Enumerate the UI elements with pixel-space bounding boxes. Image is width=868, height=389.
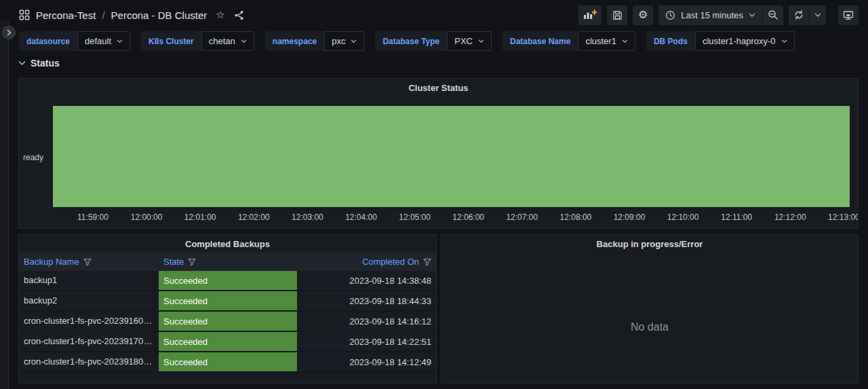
chevron-down-icon: [781, 39, 787, 43]
time-range-label: Last 15 minutes: [681, 10, 743, 20]
breadcrumb-dashboard[interactable]: Percona - DB Cluster: [111, 10, 208, 21]
variable-value-dropdown[interactable]: chetan: [201, 31, 254, 51]
table-row: backup1 Succeeded 2023-09-18 14:38:48: [19, 271, 436, 291]
variable-value: cluster1-haproxy-0: [703, 36, 776, 46]
column-header-label: State: [163, 257, 184, 267]
cell-completed-on: 2023-09-18 18:44:33: [297, 291, 436, 310]
x-axis-tick-label: 12:12:00: [774, 212, 806, 222]
template-variable: namespace pxc: [265, 31, 365, 51]
sidebar-strip: [0, 20, 9, 389]
cell-state-badge: Succeeded: [159, 352, 297, 371]
x-axis-tick-label: 12:06:00: [452, 212, 484, 222]
grafana-dashboard: Percona-Test / Percona - DB Cluster ☆ ⚙: [0, 0, 868, 389]
zoom-out-button[interactable]: [763, 5, 783, 25]
variable-label: Database Type: [375, 31, 447, 51]
filter-funnel-icon[interactable]: [423, 258, 431, 266]
x-axis-tick-label: 12:01:00: [184, 212, 216, 222]
breadcrumb-folder[interactable]: Percona-Test: [36, 10, 96, 21]
template-variable: datasource default: [19, 31, 130, 51]
no-data-message: No data: [441, 321, 858, 333]
section-status[interactable]: Status: [18, 58, 60, 69]
favorite-star-button[interactable]: ☆: [214, 9, 226, 22]
table-header-row: Backup Name State Completed On: [19, 253, 436, 271]
cell-state-badge: Succeeded: [159, 312, 297, 331]
chevron-down-icon: [622, 39, 628, 43]
chevron-down-icon: [117, 39, 123, 43]
filter-funnel-icon[interactable]: [83, 258, 92, 266]
cell-state-badge: Succeeded: [159, 291, 297, 310]
x-axis-tick-label: 12:09:00: [614, 212, 646, 222]
template-variable: Database Name cluster1: [502, 31, 635, 51]
panel-title[interactable]: Backup in progress/Error: [441, 235, 858, 253]
top-navigation: Percona-Test / Percona - DB Cluster ☆ ⚙: [0, 0, 868, 30]
refresh-interval-dropdown[interactable]: [810, 5, 826, 25]
panel-title[interactable]: Cluster Status: [19, 79, 858, 96]
cell-completed-on: 2023-09-18 14:22:51: [297, 332, 436, 351]
time-range-picker[interactable]: Last 15 minutes: [658, 5, 762, 25]
chevron-down-icon: [241, 39, 247, 43]
save-icon: [612, 10, 623, 20]
column-header-state[interactable]: State: [159, 253, 297, 271]
x-axis-tick-label: 12:04:00: [345, 212, 377, 222]
clock-icon: [665, 10, 675, 20]
table-row: backup2 Succeeded 2023-09-18 18:44:33: [19, 291, 436, 312]
y-axis-label: ready: [19, 153, 49, 162]
add-panel-icon: [583, 10, 597, 20]
variable-value-dropdown[interactable]: cluster1: [578, 31, 635, 51]
variable-value-dropdown[interactable]: default: [77, 31, 130, 51]
table-body: backup1 Succeeded 2023-09-18 14:38:48 ba…: [19, 271, 436, 373]
star-icon: ☆: [216, 10, 224, 20]
variable-value-dropdown[interactable]: PXC: [447, 31, 492, 51]
cycle-view-mode-button[interactable]: [838, 5, 859, 25]
panel-completed-backups: Completed Backups Backup Name State Comp…: [18, 234, 437, 384]
chevron-down-icon: [814, 13, 821, 18]
chevron-down-icon: [351, 39, 357, 43]
x-axis-tick-label: 12:08:00: [560, 212, 592, 222]
save-dashboard-button[interactable]: [607, 5, 627, 25]
dashboards-grid-icon: [19, 10, 30, 20]
section-title: Status: [31, 58, 60, 69]
variable-value: pxc: [332, 36, 345, 46]
chevron-down-icon: [478, 39, 484, 43]
variable-value-dropdown[interactable]: pxc: [324, 31, 364, 51]
variable-label: datasource: [19, 31, 77, 51]
time-controls-group: Last 15 minutes: [658, 5, 783, 25]
chevron-down-icon: [18, 60, 26, 66]
variable-value: chetan: [209, 36, 235, 46]
variable-label: K8s Cluster: [141, 31, 201, 51]
column-header-label: Completed On: [362, 257, 419, 267]
dashboard-settings-button[interactable]: ⚙: [633, 5, 653, 25]
cell-backup-name: cron-cluster1-fs-pvc-2023918002…: [19, 352, 159, 371]
breadcrumb: Percona-Test / Percona - DB Cluster ☆: [19, 9, 245, 22]
cell-state-badge: Succeeded: [159, 271, 297, 290]
cell-completed-on: 2023-09-18 14:16:12: [297, 312, 436, 331]
x-axis-tick-label: 12:07:00: [506, 212, 538, 222]
expand-menu-button[interactable]: [2, 26, 16, 39]
chevron-down-icon: [749, 13, 755, 18]
add-panel-button[interactable]: [578, 5, 601, 25]
variable-value: PXC: [454, 36, 473, 46]
column-header-backup-name[interactable]: Backup Name: [19, 253, 159, 271]
template-variable: K8s Cluster chetan: [141, 31, 254, 51]
x-axis-tick-label: 12:05:00: [399, 212, 431, 222]
refresh-icon: [793, 10, 804, 20]
variable-label: DB Pods: [646, 31, 695, 51]
filter-funnel-icon[interactable]: [188, 258, 196, 266]
monitor-icon: [843, 10, 854, 20]
variable-value: default: [85, 36, 111, 46]
share-icon: [234, 10, 244, 20]
column-header-completed-on[interactable]: Completed On: [297, 253, 436, 271]
cell-completed-on: 2023-09-18 14:38:48: [297, 271, 436, 290]
share-button[interactable]: [233, 9, 245, 22]
variable-value-dropdown[interactable]: cluster1-haproxy-0: [695, 31, 795, 51]
state-timeline-bar-ready: [53, 106, 850, 207]
x-axis-tick-label: 12:10:00: [667, 212, 699, 222]
x-axis-tick-label: 11:59:00: [77, 212, 108, 222]
panel-title[interactable]: Completed Backups: [19, 235, 436, 253]
breadcrumb-separator: /: [102, 10, 104, 21]
variables-row: datasource default K8s Cluster chetan na…: [19, 31, 795, 51]
template-variable: Database Type PXC: [375, 31, 492, 51]
refresh-button[interactable]: [789, 5, 809, 25]
variable-value: cluster1: [585, 36, 616, 46]
variable-label: Database Name: [502, 31, 578, 51]
